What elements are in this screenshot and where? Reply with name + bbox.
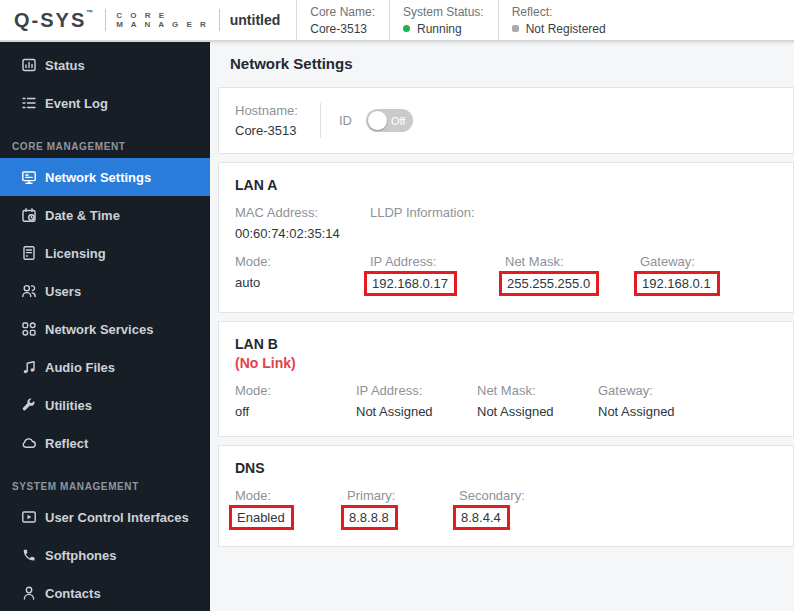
qsys-logo: Q-SYS™ C O R E M A N A G E R untitled	[0, 0, 296, 40]
sidebar-item-date-time[interactable]: Date & Time	[0, 196, 210, 234]
utilities-icon	[21, 397, 37, 413]
qsys-core-manager-app: Q-SYS™ C O R E M A N A G E R untitled Co…	[0, 0, 794, 611]
design-name: untitled	[230, 12, 281, 28]
core-name-value: Core-3513	[310, 22, 375, 36]
dns-mode-value-annotated: Enabled	[229, 505, 294, 530]
lan-a-settings-row: Mode: auto IP Address: 192.168.0.17 Net …	[235, 254, 777, 296]
lldp-information-value	[370, 226, 505, 242]
sidebar-item-licensing[interactable]: Licensing	[0, 234, 210, 272]
softphones-icon	[21, 547, 37, 563]
lan-b-gateway-field: Gateway: Not Assigned	[598, 383, 719, 420]
sidebar-item-contacts[interactable]: Contacts	[0, 574, 210, 611]
mac-address-value: 00:60:74:02:35:14	[235, 226, 370, 242]
sidebar-item-users[interactable]: Users	[0, 272, 210, 310]
toggle-knob	[368, 111, 387, 130]
licensing-icon	[21, 245, 37, 261]
mode-label: Mode:	[235, 488, 347, 503]
lan-a-gateway-field: Gateway: 192.168.0.1	[640, 254, 775, 296]
top-header: Q-SYS™ C O R E M A N A G E R untitled Co…	[0, 0, 794, 42]
sidebar-item-event-log[interactable]: Event Log	[0, 84, 210, 122]
lan-a-title: LAN A	[235, 177, 777, 193]
dns-mode-field: Mode: Enabled	[235, 488, 347, 530]
hostname-value: Core-3513	[235, 123, 298, 138]
sidebar-nav: Status Event Log CORE MANAGEMENT Network…	[0, 42, 210, 611]
dns-secondary-field: Secondary: 8.8.4.4	[459, 488, 571, 530]
network-settings-icon	[21, 169, 37, 185]
lan-a-mac-row: MAC Address: 00:60:74:02:35:14 LLDP Info…	[235, 205, 777, 242]
page-title: Network Settings	[230, 55, 794, 72]
hostname-label: Hostname:	[235, 103, 298, 118]
qsys-wordmark: Q-SYS™	[14, 9, 95, 32]
event-log-icon	[21, 95, 37, 111]
trademark-mark: ™	[86, 9, 95, 16]
users-icon	[21, 283, 37, 299]
reflect-label: Reflect:	[512, 5, 606, 19]
user-control-interfaces-icon	[21, 509, 37, 525]
sidebar-item-reflect[interactable]: Reflect	[0, 424, 210, 462]
sidebar-item-audio-files[interactable]: Audio Files	[0, 348, 210, 386]
lldp-information-field: LLDP Information:	[370, 205, 505, 242]
sidebar-item-utilities[interactable]: Utilities	[0, 386, 210, 424]
toggle-state-label: Off	[391, 115, 405, 127]
net-mask-value-annotated: 255.255.255.0	[499, 271, 599, 296]
id-label: ID	[339, 113, 352, 128]
mode-value: auto	[235, 275, 370, 291]
mode-label: Mode:	[235, 383, 356, 398]
contacts-icon	[21, 585, 37, 601]
id-toggle-block: ID Off	[321, 109, 413, 132]
system-status-group: System Status: Running	[389, 0, 498, 40]
dns-secondary-value-annotated: 8.8.4.4	[453, 505, 510, 530]
lan-a-ip-field: IP Address: 192.168.0.17	[370, 254, 505, 296]
mac-address-label: MAC Address:	[235, 205, 370, 220]
id-toggle[interactable]: Off	[366, 109, 413, 132]
core-name-label: Core Name:	[310, 5, 375, 19]
lan-b-ip-field: IP Address: Not Assigned	[356, 383, 477, 420]
gateway-label: Gateway:	[640, 254, 775, 269]
sidebar-item-user-control-interfaces[interactable]: User Control Interfaces	[0, 498, 210, 536]
audio-files-icon	[21, 359, 37, 375]
ip-address-value-annotated: 192.168.0.17	[364, 271, 457, 296]
gateway-value: Not Assigned	[598, 404, 719, 420]
sidebar-section-core-management: CORE MANAGEMENT	[0, 134, 210, 158]
net-mask-label: Net Mask:	[505, 254, 640, 269]
reflect-group: Reflect: Not Registered	[498, 0, 620, 40]
sidebar-item-network-settings[interactable]: Network Settings	[0, 158, 210, 196]
mac-address-field: MAC Address: 00:60:74:02:35:14	[235, 205, 370, 242]
hostname-block: Hostname: Core-3513	[235, 103, 320, 138]
mode-label: Mode:	[235, 254, 370, 269]
ip-address-label: IP Address:	[356, 383, 477, 398]
dns-card: DNS Mode: Enabled Primary: 8.8.8.8 Secon…	[218, 445, 794, 547]
sidebar-item-status[interactable]: Status	[0, 46, 210, 84]
ip-address-value: Not Assigned	[356, 404, 477, 420]
reflect-status-dot-icon	[512, 25, 519, 32]
lan-b-mode-field: Mode: off	[235, 383, 356, 420]
lan-a-card: LAN A MAC Address: 00:60:74:02:35:14 LLD…	[218, 162, 794, 313]
logo-divider	[105, 9, 106, 31]
lan-a-netmask-field: Net Mask: 255.255.255.0	[505, 254, 640, 296]
net-mask-label: Net Mask:	[477, 383, 598, 398]
main-content: Network Settings Hostname: Core-3513 ID …	[210, 42, 794, 611]
dns-primary-value-annotated: 8.8.8.8	[341, 505, 398, 530]
reflect-value: Not Registered	[512, 22, 606, 36]
ip-address-label: IP Address:	[370, 254, 505, 269]
secondary-label: Secondary:	[459, 488, 571, 503]
system-status-value: Running	[403, 22, 484, 36]
sidebar-item-softphones[interactable]: Softphones	[0, 536, 210, 574]
mode-value: off	[235, 404, 356, 420]
dns-settings-row: Mode: Enabled Primary: 8.8.8.8 Secondary…	[235, 488, 777, 530]
dns-primary-field: Primary: 8.8.8.8	[347, 488, 459, 530]
sidebar-item-network-services[interactable]: Network Services	[0, 310, 210, 348]
network-services-icon	[21, 321, 37, 337]
status-icon	[21, 57, 37, 73]
lan-b-netmask-field: Net Mask: Not Assigned	[477, 383, 598, 420]
sidebar-section-system-management: SYSTEM MANAGEMENT	[0, 474, 210, 498]
net-mask-value: Not Assigned	[477, 404, 598, 420]
lan-b-no-link-status: (No Link)	[235, 355, 777, 371]
system-status-label: System Status:	[403, 5, 484, 19]
primary-label: Primary:	[347, 488, 459, 503]
dns-title: DNS	[235, 460, 777, 476]
hostname-card: Hostname: Core-3513 ID Off	[218, 87, 794, 154]
lldp-information-label: LLDP Information:	[370, 205, 505, 220]
lan-b-card: LAN B (No Link) Mode: off IP Address: No…	[218, 321, 794, 437]
lan-a-mode-field: Mode: auto	[235, 254, 370, 296]
